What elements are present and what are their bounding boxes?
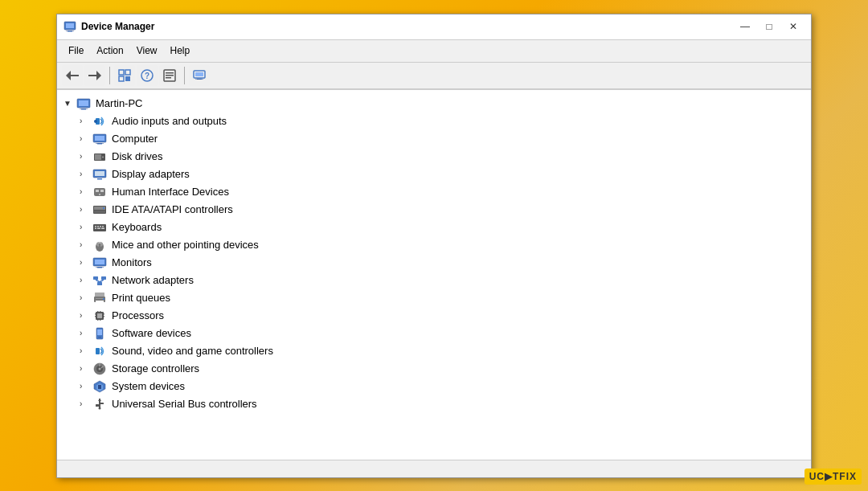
svg-rect-49 (97, 226, 99, 227)
label-storage: Storage controllers (112, 362, 199, 374)
menu-help[interactable]: Help (164, 43, 197, 58)
chevron-software: › (80, 329, 89, 338)
svg-rect-8 (119, 70, 124, 75)
svg-rect-25 (80, 108, 88, 109)
tree-item-network[interactable]: › Network adapters (57, 272, 811, 289)
help-button[interactable]: ? (137, 65, 158, 86)
svg-rect-19 (195, 72, 203, 76)
svg-rect-38 (97, 178, 102, 180)
menu-file[interactable]: File (62, 43, 90, 58)
svg-rect-11 (125, 76, 130, 81)
svg-rect-72 (103, 298, 104, 300)
label-hid: Human Interface Devices (112, 186, 229, 198)
svg-rect-71 (96, 301, 104, 303)
chevron-mice: › (80, 240, 89, 249)
chevron-disk: › (80, 152, 89, 161)
tree-item-monitors[interactable]: › Monitors (57, 254, 811, 272)
show-hidden-button[interactable] (114, 65, 135, 86)
icon-audio (92, 114, 107, 129)
icon-processors (92, 309, 107, 323)
tree-item-sound[interactable]: › Sound, video and game controllers (57, 342, 811, 360)
tree-item-computer[interactable]: › Computer (57, 130, 811, 148)
forward-button[interactable] (84, 65, 105, 86)
svg-rect-16 (166, 75, 174, 76)
tree-item-display[interactable]: › Display adapters (57, 166, 811, 183)
svg-rect-77 (104, 313, 104, 315)
close-button[interactable]: ✕ (782, 18, 805, 35)
icon-network (92, 273, 107, 288)
menu-view[interactable]: View (130, 43, 164, 58)
tree-item-hid[interactable]: › Human Interface Devices (57, 183, 811, 201)
svg-rect-63 (93, 276, 98, 280)
svg-rect-48 (95, 226, 96, 227)
watermark: UC▶TFIX (805, 468, 862, 485)
tree-item-audio[interactable]: › Audio inputs and outputs (57, 113, 811, 130)
root-icon (76, 96, 91, 111)
svg-rect-68 (95, 293, 104, 297)
label-disk: Disk drives (112, 150, 163, 162)
tree-item-system[interactable]: › System devices (57, 378, 811, 395)
tree-root-node[interactable]: ▼ Martin-PC (57, 95, 811, 113)
svg-point-99 (99, 407, 101, 409)
tree-item-mice[interactable]: › Mice and other pointing devices (57, 236, 811, 254)
svg-rect-70 (96, 298, 104, 299)
label-software: Software devices (112, 327, 191, 339)
svg-rect-15 (166, 72, 174, 74)
svg-rect-74 (97, 313, 102, 318)
svg-rect-92 (98, 385, 101, 389)
device-manager-window: Device Manager — □ ✕ File Action View He… (56, 14, 812, 478)
root-label: Martin-PC (96, 97, 143, 109)
icon-storage (92, 362, 107, 376)
tree-item-ide[interactable]: › IDE ATA/ATAPI controllers (57, 201, 811, 219)
maximize-button[interactable]: □ (758, 18, 780, 35)
tree-item-disk[interactable]: › Disk drives (57, 148, 811, 166)
chevron-monitors: › (80, 258, 89, 267)
toolbar: ? (57, 63, 811, 90)
svg-rect-60 (95, 260, 104, 264)
icon-system (92, 379, 107, 394)
device-tree[interactable]: ▼ Martin-PC › (57, 90, 811, 460)
svg-rect-1 (66, 23, 74, 28)
chevron-display: › (80, 170, 89, 178)
app-icon (63, 20, 76, 33)
svg-rect-31 (96, 143, 104, 144)
tree-item-software[interactable]: › Software devices (57, 325, 811, 342)
back-button[interactable] (62, 65, 83, 86)
menu-action[interactable]: Action (90, 43, 129, 58)
chevron-sound: › (80, 346, 89, 355)
svg-rect-46 (103, 207, 104, 209)
chevron-print: › (80, 293, 89, 302)
svg-point-89 (99, 367, 101, 370)
svg-point-58 (98, 242, 101, 243)
svg-rect-41 (100, 190, 104, 192)
svg-rect-78 (104, 316, 104, 317)
chevron-keyboards: › (80, 223, 89, 231)
icon-hid (92, 185, 107, 199)
svg-line-66 (96, 280, 100, 282)
tree-item-usb[interactable]: › Universal Serial Bus controllers (57, 395, 811, 413)
title-bar: Device Manager — □ ✕ (57, 14, 811, 40)
svg-rect-81 (97, 320, 99, 321)
svg-rect-45 (94, 211, 105, 213)
label-network: Network adapters (112, 274, 194, 286)
tree-item-processors[interactable]: › Processors (57, 307, 811, 325)
status-bar (57, 460, 811, 477)
properties-button[interactable] (159, 65, 180, 86)
tree-item-storage[interactable]: › Storage controllers (57, 360, 811, 378)
tree-item-print[interactable]: › Print queues (57, 289, 811, 307)
svg-rect-29 (95, 136, 104, 141)
tree-item-keyboards[interactable]: › Keyboards (57, 219, 811, 236)
display-button[interactable] (189, 65, 210, 86)
svg-rect-53 (97, 227, 100, 229)
svg-rect-23 (79, 100, 88, 106)
svg-rect-86 (96, 348, 100, 354)
toolbar-separator-1 (109, 67, 110, 84)
minimize-button[interactable]: — (734, 18, 756, 35)
label-display: Display adapters (112, 168, 190, 180)
window-title: Device Manager (81, 21, 734, 32)
chevron-hid: › (80, 187, 89, 196)
svg-rect-84 (97, 329, 102, 335)
svg-rect-9 (125, 70, 130, 75)
chevron-network: › (80, 276, 89, 284)
chevron-usb: › (80, 399, 89, 408)
